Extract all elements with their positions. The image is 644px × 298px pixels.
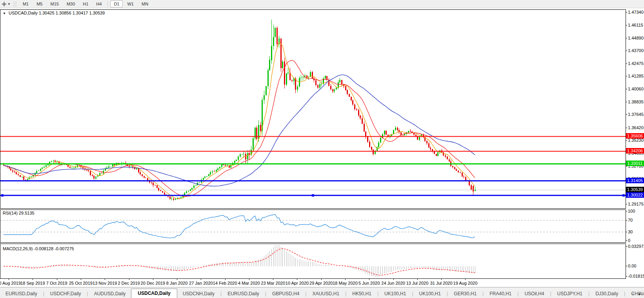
price-tick-mark	[626, 76, 627, 76]
date-tick-mark	[177, 279, 177, 280]
date-label: 25 Oct 2019	[69, 281, 93, 285]
moving-average-6	[4, 42, 475, 199]
chart-tab-usdjpy-h1[interactable]: USDJPY,H1	[552, 290, 588, 298]
price-tick-label: 1.46115	[628, 23, 643, 27]
timeframe-toolbar: ▼ M1M5M15M30H1H4D1W1MN	[0, 0, 644, 8]
crosshair-tool-icon[interactable]	[2, 2, 7, 7]
price-badge-1.33011: 1.33011	[626, 161, 644, 166]
timeframe-button-m30[interactable]: M30	[63, 0, 78, 7]
date-tick-mark	[201, 279, 201, 280]
timeframe-button-h4[interactable]: H4	[93, 0, 105, 7]
price-tick-label: 1.43700	[628, 48, 644, 53]
price-tick-mark	[626, 114, 627, 115]
timeframe-button-m5[interactable]: M5	[33, 0, 46, 7]
timeframe-button-h1[interactable]: H1	[79, 0, 92, 7]
price-badge-1.34206: 1.34206	[626, 148, 644, 154]
date-label: 10 Apr 2020	[286, 281, 309, 285]
chart-tab-usdchf-daily[interactable]: USDCHF,Daily	[45, 290, 87, 298]
chart-tab-uk100-h1[interactable]: UK100,H1	[414, 290, 446, 298]
price-badge-1.31405: 1.31405	[626, 178, 644, 183]
macd-signal-line	[4, 249, 475, 275]
symbol-dropdown-icon[interactable]: ▼	[3, 12, 6, 15]
date-tick-mark	[393, 279, 394, 280]
timeframe-button-d1[interactable]: D1	[110, 0, 123, 7]
hline-handle[interactable]	[1, 194, 4, 197]
price-tick-label: 1.41285	[628, 74, 644, 78]
chart-tab-usdcad-daily[interactable]: USDCAD,Daily	[131, 289, 177, 298]
date-tick-mark	[33, 279, 33, 280]
moving-average-42	[4, 75, 475, 186]
chevron-down-icon[interactable]: ▼	[7, 2, 11, 6]
timeframe-button-m15[interactable]: M15	[47, 0, 62, 7]
hline-1.30022[interactable]	[0, 194, 626, 197]
price-tick-label: 1.47340	[628, 10, 644, 14]
rsi-line	[4, 215, 475, 238]
mt4-window: ▼ M1M5M15M30H1H4D1W1MN ▼ USDCAD,Daily 1.…	[0, 0, 644, 298]
macd-canvas[interactable]	[0, 244, 626, 278]
date-label: 13 Jul 2020	[406, 281, 428, 285]
toolbar-grip[interactable]	[14, 2, 16, 7]
chart-tab-eurusd-daily[interactable]: EURUSD,Daily	[0, 290, 43, 298]
rsi-panel[interactable]	[0, 210, 626, 243]
date-label: 8 Jan 2020	[166, 281, 187, 285]
tab-scroll-left-icon[interactable]: ◄	[631, 292, 634, 296]
chart-tab-eurusd-daily[interactable]: EURUSD,Daily	[222, 290, 265, 298]
macd-histogram	[4, 245, 475, 277]
chart-tab-fra40-h1[interactable]: FRA40,H1	[484, 290, 517, 298]
chart-title: ▼ USDCAD,Daily 1.30425 1.30856 1.30417 1…	[3, 11, 105, 15]
date-label: 4 Mar 2020	[238, 281, 260, 285]
hline-handle[interactable]	[312, 194, 314, 197]
price-tick-label: 1.37645	[628, 112, 644, 117]
rsi-indicator-label: RSI(14) 29.5135	[3, 211, 35, 215]
chart-tab-usdcnh-daily[interactable]: USDCNH,Daily	[177, 290, 220, 298]
timeframe-button-mn[interactable]: MN	[138, 0, 152, 7]
date-label: 18 Sep 2019	[20, 281, 45, 285]
chart-tab-gbpusd-h4[interactable]: GBPUSD,H4	[267, 290, 305, 298]
price-tick-mark	[626, 128, 627, 128]
chart-tab-hk50-h1[interactable]: HK50,H1	[347, 290, 377, 298]
crosshair-icon	[2, 2, 7, 7]
chart-tab-uk100-h1[interactable]: UK100,H1	[379, 290, 411, 298]
hline-handle[interactable]	[622, 194, 625, 197]
price-tick-mark	[626, 89, 627, 89]
rsi-tick-mark	[626, 211, 627, 211]
date-label: 14 Feb 2020	[213, 281, 237, 285]
date-label: 24 Jun 2020	[381, 281, 405, 285]
current-price-badge: 1.30539	[626, 187, 644, 192]
rsi-tick-mark	[626, 220, 627, 220]
timeframe-button-m1[interactable]: M1	[19, 0, 32, 7]
timeframe-buttons: M1M5M15M30H1H4D1W1MN	[19, 0, 152, 7]
price-tick-label: 1.38835	[628, 99, 644, 104]
price-panel[interactable]	[0, 9, 626, 209]
macd-tick-label: -0.018154	[628, 274, 644, 278]
chart-tab-audusd-daily[interactable]: AUDUSD,Daily	[89, 290, 131, 298]
date-label: 27 Jan 2020	[189, 281, 213, 285]
price-chart-canvas[interactable]	[0, 10, 626, 208]
tab-scroll-right-icon[interactable]: ►	[638, 292, 642, 296]
macd-panel[interactable]	[0, 244, 626, 279]
rsi-tick-label: 0	[628, 238, 630, 243]
macd-tick-mark	[626, 276, 627, 276]
price-tick-label: 1.40060	[628, 87, 644, 91]
rsi-tick-mark	[626, 232, 627, 232]
date-label: 13 Nov 2019	[93, 281, 117, 285]
chart-tab-xauusd-h1[interactable]: XAUUSD,H1	[307, 290, 345, 298]
timeframe-button-w1[interactable]: W1	[124, 0, 137, 7]
date-tick-mark	[81, 279, 81, 280]
price-tick-mark	[626, 38, 627, 38]
chart-tab-ger30-h1[interactable]: GER30,H1	[448, 290, 482, 298]
macd-tick-mark	[626, 246, 627, 247]
date-tick-mark	[441, 279, 442, 280]
date-tick-mark	[153, 279, 153, 280]
rsi-canvas[interactable]	[0, 210, 626, 242]
chart-tab-dj30-daily[interactable]: DJ30,Daily	[590, 290, 624, 298]
price-tick-mark	[626, 12, 627, 13]
macd-tick-mark	[626, 266, 627, 266]
chart-tab-usoil-h4[interactable]: USOil,H4	[519, 290, 549, 298]
date-tick-mark	[369, 279, 369, 280]
symbol-title: USDCAD,Daily	[9, 11, 38, 15]
price-tick-mark	[626, 140, 627, 141]
date-label: 7 Oct 2019	[46, 281, 67, 285]
date-tick-mark	[129, 279, 129, 280]
price-tick-label: 1.44890	[628, 36, 644, 40]
